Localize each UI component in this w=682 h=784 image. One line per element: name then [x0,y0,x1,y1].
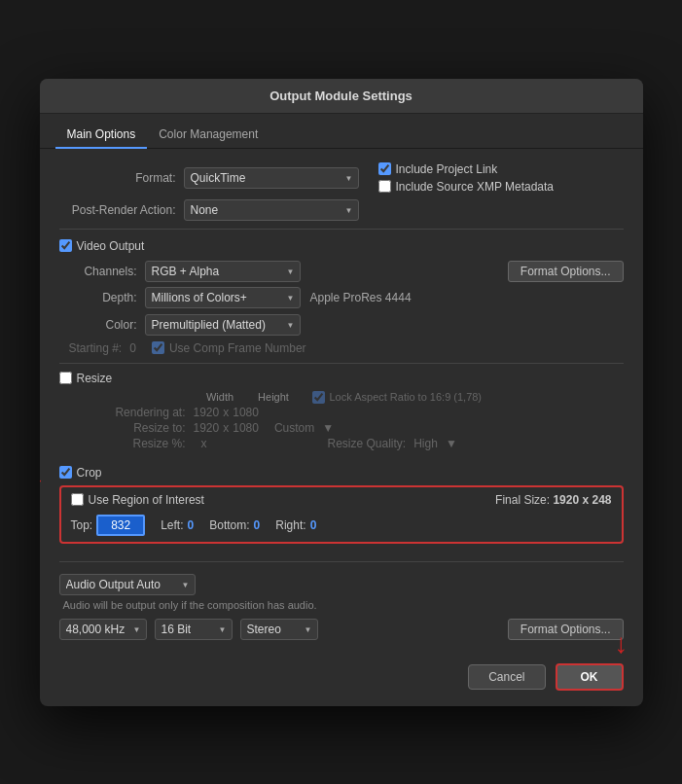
ok-arrow: ↓ [615,628,628,659]
lock-aspect-text: Lock Aspect Ratio to 16:9 (1,78) [330,391,483,403]
final-size-label: Final Size: 1920 x 248 [495,493,611,507]
bit-depth-wrap: 8 Bit 16 Bit 32 Bit [155,619,233,640]
use-roi-label[interactable]: Use Region of Interest [71,493,204,507]
include-project-link-checkbox[interactable] [378,162,391,175]
cancel-button[interactable]: Cancel [468,664,545,690]
resize-to-values: 1920 x 1080 Custom ▼ [194,421,335,435]
video-output-checkbox-label[interactable]: Video Output [59,239,145,253]
use-comp-frame-label[interactable]: Use Comp Frame Number [152,341,306,355]
divider-1 [59,229,624,230]
crop-box: Use Region of Interest Final Size: 1920 … [59,485,624,544]
format-label: Format: [59,171,176,185]
crop-left-label: Left: [161,518,183,532]
audio-output-select[interactable]: Audio Output Auto Audio Output On Audio … [59,574,196,595]
crop-top-input[interactable] [96,515,145,536]
depth-select[interactable]: Millions of Colors Millions of Colors+ T… [145,287,301,308]
channels-audio-select[interactable]: Mono Stereo 5.1 [240,619,318,640]
dialog-title: Output Module Settings [40,79,643,114]
audio-section: Audio Output Auto Audio Output On Audio … [59,574,624,640]
channels-left: Channels: RGB RGB + Alpha Alpha Grayscal… [59,261,301,282]
resize-checkbox-label[interactable]: Resize [59,372,113,385]
crop-top-label: Top: [71,518,93,532]
channels-row: Channels: RGB RGB + Alpha Alpha Grayscal… [59,261,624,282]
audio-output-wrap: Audio Output Auto Audio Output On Audio … [59,574,196,595]
color-select[interactable]: Straight (Unmatted) Premultiplied (Matte… [145,314,301,336]
sample-rate-select[interactable]: 22,050 kHz 44,100 kHz 48,000 kHz [59,619,147,640]
crop-section: Crop Use Region of Interest Final Size: … [59,466,624,544]
use-comp-frame-text: Use Comp Frame Number [169,341,306,355]
audio-note: Audio will be output only if the composi… [63,599,624,611]
tab-main[interactable]: Main Options [55,122,148,149]
channels-label: Channels: [59,265,137,278]
resize-to-label: Resize to: [59,421,186,435]
crop-right-value: 0 [310,518,317,532]
width-label: Width [194,391,247,403]
use-roi-checkbox[interactable] [71,493,84,506]
resize-to-x: x [223,421,229,435]
post-render-select[interactable]: None Import Import & Replace Usage Set P… [184,199,359,221]
starting-hash-label: Starting #: [69,341,123,355]
codec-name: Apple ProRes 4444 [310,291,412,304]
include-xmp-label[interactable]: Include Source XMP Metadata [378,180,555,194]
resize-quality-value: High [413,437,438,450]
wh-labels-row: Width Height Lock Aspect Ratio to 16:9 (… [194,391,624,404]
channels-audio-wrap: Mono Stereo 5.1 [240,619,318,640]
channels-select[interactable]: RGB RGB + Alpha Alpha Grayscale [145,261,301,282]
resize-header: Resize [59,372,624,385]
final-size-value: 1920 x 248 [553,493,611,507]
post-render-row: Post-Render Action: None Import Import &… [59,199,624,221]
crop-text: Crop [77,466,102,480]
resize-to-h: 1080 [233,421,259,435]
crop-right-label: Right: [275,518,305,532]
final-size-label-text: Final Size: [495,493,550,507]
ok-button-wrapper: ↓ OK [556,663,624,691]
include-xmp-checkbox[interactable] [378,180,391,193]
resize-pct-label: Resize %: [59,437,186,450]
audio-format-options-button[interactable]: Format Options... [508,619,624,640]
resize-checkbox[interactable] [59,372,72,384]
video-output-header: Video Output [59,239,624,253]
audio-controls: 22,050 kHz 44,100 kHz 48,000 kHz 8 Bit 1… [59,619,624,640]
resize-text: Resize [77,372,113,385]
include-project-link-text: Include Project Link [396,162,498,176]
divider-3 [59,561,624,562]
crop-checkbox-label[interactable]: Crop [59,466,102,480]
main-content: Format: QuickTime AVI H.264 TIFF Include… [40,149,643,654]
video-output-checkbox[interactable] [59,239,72,252]
depth-row: Depth: Millions of Colors Millions of Co… [59,287,624,308]
crop-use-roi-row: Use Region of Interest Final Size: 1920 … [71,493,612,507]
format-row: Format: QuickTime AVI H.264 TIFF Include… [59,162,624,194]
final-size-container: Final Size: 1920 x 248 [495,493,611,507]
post-render-select-wrap: None Import Import & Replace Usage Set P… [184,199,359,221]
crop-bottom-label: Bottom: [209,518,249,532]
crop-left-value: 0 [188,518,195,532]
rendering-at-values: 1920 x 1080 [194,406,259,419]
tabs-bar: Main Options Color Management [40,114,643,149]
rendering-at-x: x [223,406,229,419]
lock-aspect-label[interactable]: Lock Aspect Ratio to 16:9 (1,78) [312,391,483,404]
divider-2 [59,363,624,364]
resize-pct-row: Resize %: x Resize Quality: High ▼ [59,437,624,450]
color-select-wrap: Straight (Unmatted) Premultiplied (Matte… [145,314,301,336]
crop-arrow: ↓ [40,458,46,489]
format-options-button[interactable]: Format Options... [508,261,624,282]
format-select[interactable]: QuickTime AVI H.264 TIFF [184,167,359,189]
resize-to-preset: Custom [274,421,314,435]
tab-color[interactable]: Color Management [147,122,269,149]
ok-button[interactable]: OK [556,663,624,691]
lock-aspect-checkbox[interactable] [312,391,325,404]
depth-label: Depth: [59,291,137,304]
use-comp-frame-checkbox[interactable] [152,341,164,354]
resize-pct-x: x [201,437,207,450]
bit-depth-select[interactable]: 8 Bit 16 Bit 32 Bit [155,619,233,640]
include-project-link-label[interactable]: Include Project Link [378,162,555,176]
resize-to-row: Resize to: 1920 x 1080 Custom ▼ [59,421,624,435]
depth-select-wrap: Millions of Colors Millions of Colors+ T… [145,287,301,308]
bottom-buttons: Cancel ↓ OK [40,654,643,706]
include-xmp-text: Include Source XMP Metadata [396,180,555,194]
crop-checkbox[interactable] [59,466,72,479]
color-label: Color: [59,318,137,332]
starting-row: Starting #: 0 Use Comp Frame Number [69,341,624,355]
resize-pct-values: x Resize Quality: High ▼ [201,437,457,450]
crop-top-field: Top: [71,515,146,536]
